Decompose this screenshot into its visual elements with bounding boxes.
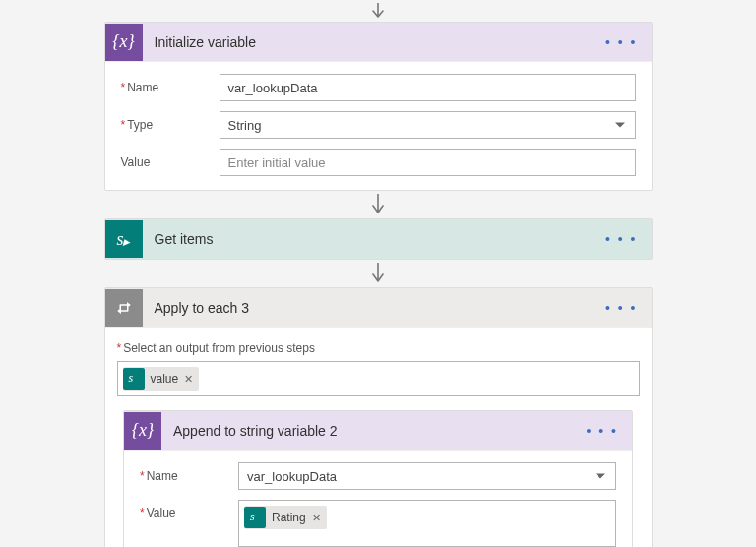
- sharepoint-icon: [123, 368, 145, 390]
- field-label-name: *Name: [121, 81, 220, 94]
- card-body: *Name var_lookupData *Value Rating ✕: [124, 451, 632, 547]
- variable-icon: {x}: [105, 24, 143, 61]
- token-value[interactable]: value ✕: [123, 367, 200, 391]
- card-title: Get items: [143, 231, 602, 247]
- sharepoint-icon: [244, 507, 266, 528]
- card-menu-button[interactable]: • • •: [601, 34, 641, 50]
- field-label-type: *Type: [121, 118, 220, 132]
- action-card-apply-to-each[interactable]: Apply to each 3 • • • *Select an output …: [104, 287, 653, 547]
- value-input[interactable]: Rating ✕: [238, 500, 616, 547]
- card-header[interactable]: {x} Append to string variable 2 • • •: [124, 411, 632, 451]
- arrow-down-icon: [0, 260, 756, 287]
- arrow-down-icon: [0, 0, 756, 22]
- card-header[interactable]: Apply to each 3 • • •: [105, 288, 652, 328]
- select-output-label: *Select an output from previous steps: [117, 341, 640, 355]
- action-card-append-string[interactable]: {x} Append to string variable 2 • • • *N…: [123, 410, 633, 547]
- field-label-value: *Value: [140, 500, 238, 519]
- card-body: *Name var_lookupData *Type String Value …: [105, 62, 652, 190]
- value-input[interactable]: Enter initial value: [220, 149, 636, 176]
- card-title: Apply to each 3: [143, 300, 602, 316]
- sharepoint-icon: s▶: [105, 220, 143, 258]
- card-title: Initialize variable: [143, 34, 602, 50]
- loop-icon: [105, 289, 143, 327]
- select-output-input[interactable]: value ✕: [117, 361, 640, 396]
- variable-icon: {x}: [124, 412, 161, 450]
- card-header[interactable]: s▶ Get items • • •: [105, 219, 652, 259]
- card-body: *Select an output from previous steps va…: [105, 328, 652, 547]
- action-card-get-items[interactable]: s▶ Get items • • •: [104, 218, 653, 260]
- card-menu-button[interactable]: • • •: [601, 300, 641, 316]
- field-label-name: *Name: [140, 469, 238, 483]
- action-card-initialize-variable[interactable]: {x} Initialize variable • • • *Name var_…: [104, 22, 653, 191]
- remove-token-icon[interactable]: ✕: [184, 373, 193, 386]
- token-label: Rating: [272, 511, 306, 524]
- type-select[interactable]: String: [220, 111, 636, 139]
- card-menu-button[interactable]: • • •: [601, 231, 641, 247]
- token-label: value: [151, 372, 179, 386]
- name-select[interactable]: var_lookupData: [238, 462, 616, 490]
- remove-token-icon[interactable]: ✕: [312, 512, 321, 524]
- card-title: Append to string variable 2: [161, 423, 583, 439]
- card-menu-button[interactable]: • • •: [583, 423, 622, 439]
- token-rating[interactable]: Rating ✕: [244, 506, 327, 529]
- flow-canvas: {x} Initialize variable • • • *Name var_…: [0, 0, 756, 547]
- arrow-down-icon: [0, 191, 756, 218]
- name-input[interactable]: var_lookupData: [220, 74, 636, 101]
- card-header[interactable]: {x} Initialize variable • • •: [105, 23, 652, 62]
- field-label-value: Value: [121, 155, 220, 169]
